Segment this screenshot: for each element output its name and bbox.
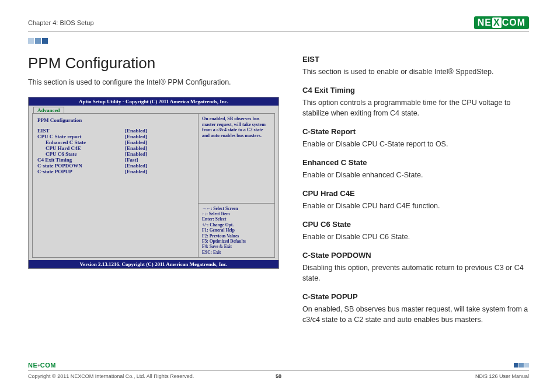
page-header: Chapter 4: BIOS Setup NEXCOM xyxy=(28,16,529,32)
bios-tab-advanced: Advanced xyxy=(33,107,64,113)
section-heading: CPU C6 State xyxy=(302,219,529,230)
section-heading: EIST xyxy=(302,54,529,65)
footer-page-number: 58 xyxy=(276,373,281,379)
brand-logo: NEXCOM xyxy=(474,16,529,29)
intro-text: This section is used to configure the In… xyxy=(28,78,279,86)
footer-brand: NE⦁COM xyxy=(28,362,56,369)
description-section: C-State ReportEnable or Disable CPU C-St… xyxy=(302,127,529,149)
page-title: PPM Configuration xyxy=(28,54,279,72)
footer-doc-name: NDiS 126 User Manual xyxy=(475,373,529,379)
section-body: Disabling this option, prevents automati… xyxy=(302,262,529,284)
bios-setting-row: CPU C6 State[Enabled] xyxy=(37,151,193,157)
description-section: C-State POPUPOn enabled, SB observes bus… xyxy=(302,292,529,325)
bios-section-title: PPM Configuration xyxy=(37,117,193,123)
section-heading: C-State Report xyxy=(302,127,529,138)
bios-key-legend: →←: Select Screen↑↓: Select ItemEnter: S… xyxy=(199,203,274,257)
decorative-squares-footer xyxy=(513,363,529,369)
bios-setting-row: Enhanced C State[Enabled] xyxy=(37,139,193,145)
description-section: CPU C6 StateEnable or Disable CPU C6 Sta… xyxy=(302,219,529,242)
bios-footer: Version 2.13.1216. Copyright (C) 2011 Am… xyxy=(29,260,278,268)
section-body: On enabled, SB observes bus master reque… xyxy=(302,304,529,325)
bios-setting-row: C-state POPDOWN[Enabled] xyxy=(37,163,193,169)
bios-screenshot: Aptio Setup Utility - Copyright (C) 2011… xyxy=(28,97,279,269)
section-heading: C-State POPDOWN xyxy=(302,250,529,261)
description-section: EISTThis section is used to enable or di… xyxy=(302,54,529,77)
section-heading: C4 Exit Timing xyxy=(302,85,529,96)
footer-copyright: Copyright © 2011 NEXCOM International Co… xyxy=(28,373,194,379)
description-section: C-State POPDOWNDisabling this option, pr… xyxy=(302,250,529,284)
description-section: C4 Exit TimingThis option controls a pro… xyxy=(302,85,529,118)
bios-help-text: On enabled, SB observes bus master reque… xyxy=(199,114,274,203)
bios-setting-row: EIST[Enabled] xyxy=(37,128,193,134)
section-body: Enable or Disable CPU hard C4E function. xyxy=(302,201,529,211)
section-heading: C-State POPUP xyxy=(302,292,529,303)
bios-titlebar: Aptio Setup Utility - Copyright (C) 2011… xyxy=(29,97,278,106)
section-body: Enable or Disable CPU C-State report to … xyxy=(302,139,529,149)
section-body: Enable or Disable CPU C6 State. xyxy=(302,232,529,242)
bios-setting-row: CPU C State report[Enabled] xyxy=(37,134,193,139)
page-footer: NE⦁COM Copyright © 2011 NEXCOM Internati… xyxy=(28,370,529,379)
description-section: Enhanced C StateEnable or Disable enhanc… xyxy=(302,158,529,180)
chapter-label: Chapter 4: BIOS Setup xyxy=(28,19,94,26)
section-body: This option controls a programmable time… xyxy=(302,97,529,118)
bios-setting-row: C-state POPUP[Enabled] xyxy=(37,169,193,174)
bios-setting-row: C4 Exit Timing[Fast] xyxy=(37,157,193,163)
section-heading: Enhanced C State xyxy=(302,158,529,169)
description-section: CPU Hrad C4EEnable or Disable CPU hard C… xyxy=(302,188,529,211)
bios-setting-row: CPU Hard C4E[Enabled] xyxy=(37,145,193,151)
decorative-squares xyxy=(28,36,529,46)
section-heading: CPU Hrad C4E xyxy=(302,188,529,200)
section-body: Enable or Disable enhanced C-State. xyxy=(302,170,529,180)
section-body: This section is used to enable or disabl… xyxy=(302,66,529,77)
